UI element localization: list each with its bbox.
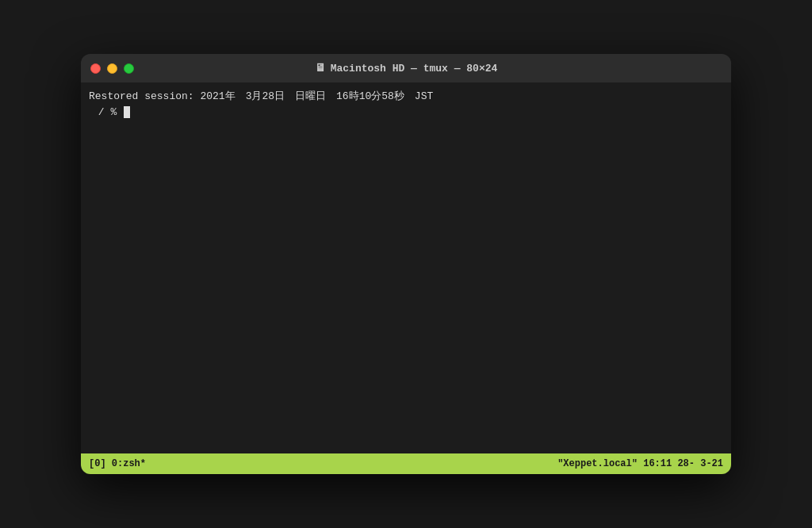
close-button[interactable] bbox=[90, 63, 101, 74]
titlebar-text: 🖥 Macintosh HD — tmux — 80×24 bbox=[315, 62, 498, 75]
disk-icon: 🖥 bbox=[315, 62, 326, 75]
minimize-button[interactable] bbox=[107, 63, 117, 74]
terminal-cursor bbox=[124, 106, 130, 118]
window-title: Macintosh HD — tmux — 80×24 bbox=[331, 63, 498, 75]
terminal-line-1: Restored session: 2021年 3月28日 日曜日 16時10分… bbox=[89, 89, 723, 105]
statusbar-left: [0] 0:zsh* bbox=[89, 458, 146, 469]
terminal-window: 🖥 Macintosh HD — tmux — 80×24 Restored s… bbox=[81, 54, 731, 474]
titlebar: 🖥 Macintosh HD — tmux — 80×24 bbox=[81, 54, 731, 82]
maximize-button[interactable] bbox=[124, 63, 134, 74]
statusbar-right: "Xeppet.local" 16:11 28- 3-21 bbox=[557, 458, 723, 469]
prompt-suffix: / % bbox=[92, 105, 123, 121]
traffic-lights bbox=[90, 63, 134, 74]
prompt-line: / % bbox=[89, 105, 723, 121]
terminal-body[interactable]: Restored session: 2021年 3月28日 日曜日 16時10分… bbox=[81, 82, 731, 453]
statusbar: [0] 0:zsh* "Xeppet.local" 16:11 28- 3-21 bbox=[81, 453, 731, 474]
